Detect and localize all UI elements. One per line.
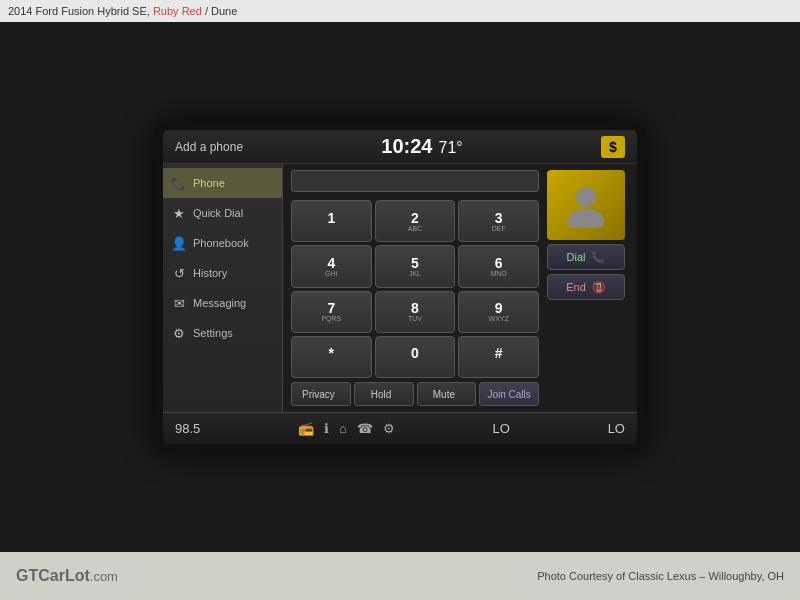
- star-icon: ★: [171, 206, 187, 221]
- car-color: Ruby Red: [153, 5, 202, 17]
- photo-credit: Photo Courtesy of Classic Lexus – Willou…: [537, 570, 784, 582]
- end-phone-icon: 📵: [592, 281, 606, 294]
- car-body: Add a phone 10:24 71° $ 📞 Phone ★: [0, 22, 800, 552]
- sidebar-history-label: History: [193, 267, 227, 279]
- top-watermark-bar: 2014 Ford Fusion Hybrid SE, Ruby Red / D…: [0, 0, 800, 22]
- end-button[interactable]: End 📵: [547, 274, 625, 300]
- infotainment-screen: Add a phone 10:24 71° $ 📞 Phone ★: [163, 130, 637, 444]
- key-star[interactable]: *: [291, 336, 372, 378]
- svg-point-1: [568, 209, 604, 228]
- gear-icon: ⚙: [171, 326, 187, 341]
- nav-lo-left: LO: [493, 421, 510, 436]
- right-panel: Dial 📞 End 📵: [547, 164, 637, 412]
- mute-btn[interactable]: Mute: [417, 382, 477, 406]
- nav-icons-group: 📻 ℹ ⌂ ☎ ⚙: [298, 421, 395, 436]
- bottom-watermark-bar: GTCarLot.com Photo Courtesy of Classic L…: [0, 552, 800, 600]
- sidebar-quickdial-label: Quick Dial: [193, 207, 243, 219]
- sidebar: 📞 Phone ★ Quick Dial 👤 Phonebook ↺ Histo…: [163, 164, 283, 412]
- gtcarlot-branding: GTCarLot.com: [16, 567, 118, 585]
- sidebar-phonebook-label: Phonebook: [193, 237, 249, 249]
- key-5[interactable]: 5 JKL: [375, 245, 456, 287]
- join-calls-label: Join Calls: [487, 389, 530, 400]
- dial-input[interactable]: [291, 170, 539, 192]
- history-icon: ↺: [171, 266, 187, 281]
- sidebar-item-history[interactable]: ↺ History: [163, 258, 282, 288]
- dial-button[interactable]: Dial 📞: [547, 244, 625, 270]
- info-icon[interactable]: ℹ: [324, 421, 329, 436]
- key-6[interactable]: 6 MNO: [458, 245, 539, 287]
- time-temp-display: 10:24 71°: [381, 135, 462, 158]
- nav-lo-right: LO: [608, 421, 625, 436]
- key-9[interactable]: 9 WXYZ: [458, 291, 539, 333]
- messaging-icon: ✉: [171, 296, 187, 311]
- svg-point-0: [576, 187, 596, 207]
- action-buttons-row: Privacy Hold Mute Join Calls: [291, 382, 539, 406]
- gtcarlot-logo: GTCarLot.com: [16, 567, 118, 584]
- join-calls-btn[interactable]: Join Calls: [479, 382, 539, 406]
- radio-icon[interactable]: 📻: [298, 421, 314, 436]
- hold-btn[interactable]: Hold: [354, 382, 414, 406]
- car-title: 2014 Ford Fusion Hybrid SE,: [8, 5, 150, 17]
- person-icon: 👤: [171, 236, 187, 251]
- screen-time: 10:24: [381, 135, 432, 158]
- key-7[interactable]: 7 PQRS: [291, 291, 372, 333]
- key-1[interactable]: 1: [291, 200, 372, 242]
- contact-avatar-svg: [566, 183, 606, 228]
- car-trim: / Dune: [205, 5, 237, 17]
- key-4[interactable]: 4 GHI: [291, 245, 372, 287]
- contact-picture: [547, 170, 625, 240]
- dial-label: Dial: [567, 251, 586, 263]
- home-icon[interactable]: ⌂: [339, 421, 347, 436]
- screen-topbar: Add a phone 10:24 71° $: [163, 130, 637, 164]
- screen-bezel: Add a phone 10:24 71° $ 📞 Phone ★: [155, 122, 645, 452]
- sidebar-messaging-label: Messaging: [193, 297, 246, 309]
- dial-panel: 1 2 ABC 3 DEF 4: [283, 164, 547, 412]
- sidebar-phone-label: Phone: [193, 177, 225, 189]
- sidebar-item-phone[interactable]: 📞 Phone: [163, 168, 282, 198]
- radio-display: 98.5: [175, 421, 200, 436]
- screen-main-content: 📞 Phone ★ Quick Dial 👤 Phonebook ↺ Histo…: [163, 164, 637, 412]
- sidebar-item-quickdial[interactable]: ★ Quick Dial: [163, 198, 282, 228]
- phone-icon: 📞: [171, 176, 187, 191]
- sidebar-item-phonebook[interactable]: 👤 Phonebook: [163, 228, 282, 258]
- add-phone-label: Add a phone: [175, 140, 243, 154]
- dial-phone-icon: 📞: [591, 251, 605, 264]
- key-2[interactable]: 2 ABC: [375, 200, 456, 242]
- key-0[interactable]: 0: [375, 336, 456, 378]
- privacy-btn[interactable]: Privacy: [291, 382, 351, 406]
- key-8[interactable]: 8 TUV: [375, 291, 456, 333]
- screen-navbar: 98.5 📻 ℹ ⌂ ☎ ⚙ LO LO: [163, 412, 637, 444]
- sidebar-item-messaging[interactable]: ✉ Messaging: [163, 288, 282, 318]
- sidebar-item-settings[interactable]: ⚙ Settings: [163, 318, 282, 348]
- phone-nav-icon[interactable]: ☎: [357, 421, 373, 436]
- screen-temp: 71°: [439, 139, 463, 157]
- sidebar-settings-label: Settings: [193, 327, 233, 339]
- keypad: 1 2 ABC 3 DEF 4: [291, 200, 539, 378]
- settings-nav-icon[interactable]: ⚙: [383, 421, 395, 436]
- dollar-button[interactable]: $: [601, 136, 625, 158]
- key-hash[interactable]: #: [458, 336, 539, 378]
- key-3[interactable]: 3 DEF: [458, 200, 539, 242]
- end-label: End: [566, 281, 586, 293]
